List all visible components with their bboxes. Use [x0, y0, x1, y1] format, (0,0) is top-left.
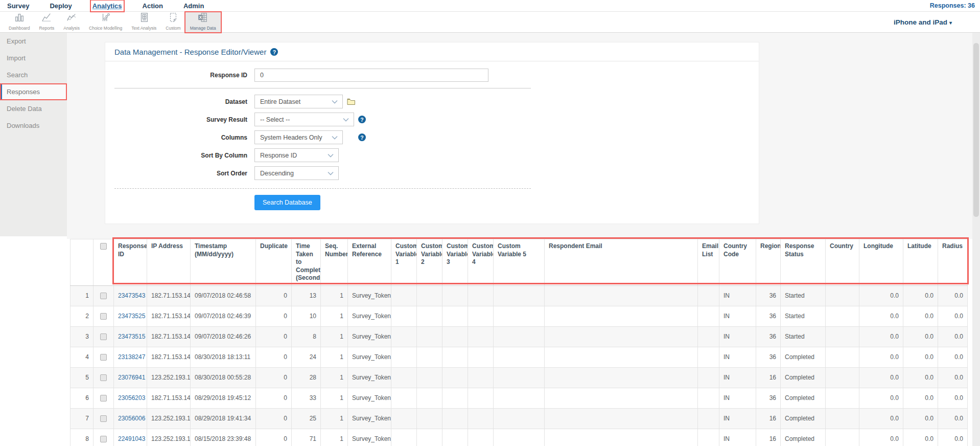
custom-variable-4-cell [468, 367, 494, 388]
columns-select[interactable]: System Headers Only [254, 130, 343, 144]
column-header-response-id[interactable]: Response ID [114, 239, 147, 286]
response-id-link[interactable]: 23076941 [114, 367, 147, 388]
ip-address-cell: 123.252.193.148 [147, 429, 191, 446]
toolbar-item-choice-modelling[interactable]: Choice Modelling [84, 12, 127, 32]
seq-number-cell: 1 [321, 388, 348, 408]
column-header-custom-variable-1[interactable]: Custom Variable 1 [391, 239, 417, 286]
sidebar-item-responses[interactable]: Responses [0, 83, 67, 100]
scrollbar-thumb[interactable] [973, 43, 979, 217]
sort-by-column-select[interactable]: Response ID [254, 148, 339, 162]
seq-number-cell: 1 [321, 408, 348, 429]
toolbar-item-analysis[interactable]: Analysis [59, 12, 84, 32]
longitude-cell: 0.0 [859, 408, 903, 429]
nav-analytics[interactable]: Analytics [92, 2, 122, 10]
response-id-link[interactable]: 23473525 [114, 306, 147, 326]
nav-action[interactable]: Action [143, 2, 163, 10]
column-header-time-taken[interactable]: Time Taken to Complete (Seconds) [292, 239, 321, 286]
table-row: 6 23056203 182.71.153.146 08/29/2018 19:… [71, 388, 968, 408]
dashed-page-icon [168, 12, 179, 25]
country-cell [826, 408, 859, 429]
toolbar-item-manage-data[interactable]: X Manage Data [185, 12, 221, 32]
response-id-link[interactable]: 23138247 [114, 347, 147, 367]
chevron-down-icon [328, 153, 334, 158]
longitude-cell: 0.0 [859, 347, 903, 367]
row-number-cell: 3 [71, 326, 94, 347]
response-id-link[interactable]: 23056006 [114, 408, 147, 429]
column-header-radius[interactable]: Radius [938, 239, 968, 286]
nav-deploy[interactable]: Deploy [50, 2, 72, 10]
column-header-custom-variable-5[interactable]: Custom Variable 5 [494, 239, 545, 286]
row-checkbox[interactable] [100, 415, 107, 422]
respondent-email-cell [545, 429, 698, 446]
response-id-link[interactable]: 23473543 [114, 285, 147, 306]
dataset-select[interactable]: Entire Dataset [254, 95, 343, 108]
longitude-cell: 0.0 [859, 429, 903, 446]
column-header-latitude[interactable]: Latitude [903, 239, 938, 286]
column-header-seq-number[interactable]: Seq. Number [321, 239, 348, 286]
column-header-email-list[interactable]: Email List [698, 239, 719, 286]
sidebar-item-import[interactable]: Import [0, 50, 67, 66]
column-header-custom-variable-2[interactable]: Custom Variable 2 [417, 239, 442, 286]
column-header-custom-variable-4[interactable]: Custom Variable 4 [468, 239, 494, 286]
email-list-cell [698, 408, 719, 429]
response-id-link[interactable]: 23056203 [114, 388, 147, 408]
folder-icon[interactable] [347, 98, 356, 105]
toolbar-item-dashboard[interactable]: Dashboard [4, 12, 35, 32]
custom-variable-5-cell [494, 367, 545, 388]
help-icon[interactable]: ? [358, 133, 366, 141]
nav-survey[interactable]: Survey [7, 2, 29, 10]
nav-admin[interactable]: Admin [183, 2, 204, 10]
vertical-scrollbar[interactable] [972, 33, 980, 446]
ip-address-cell: 182.71.153.146 [147, 326, 191, 347]
column-header-respondent-email[interactable]: Respondent Email [545, 239, 698, 286]
sidebar-item-search[interactable]: Search [0, 66, 67, 83]
toolbar-item-text-analysis[interactable]: Text Analysis [127, 12, 161, 32]
column-header-country-code[interactable]: Country Code [719, 239, 756, 286]
custom-variable-4-cell [468, 326, 494, 347]
select-all-checkbox[interactable] [100, 243, 107, 250]
toolbar-item-reports[interactable]: Reports [35, 12, 59, 32]
region-cell: 36 [756, 326, 781, 347]
column-header-duplicate[interactable]: Duplicate [256, 239, 292, 286]
sort-order-select[interactable]: Descending [254, 166, 339, 180]
column-header-longitude[interactable]: Longitude [859, 239, 903, 286]
radius-cell: 0.0 [938, 285, 968, 306]
row-checkbox[interactable] [100, 293, 107, 299]
survey-result-select[interactable]: -- Select -- [254, 113, 354, 126]
row-checkbox[interactable] [100, 313, 107, 320]
country-code-cell: IN [719, 306, 756, 326]
country-code-cell: IN [719, 388, 756, 408]
sidebar-item-delete-data[interactable]: Delete Data [0, 100, 67, 117]
longitude-cell: 0.0 [859, 306, 903, 326]
toolbar-item-custom[interactable]: Custom [161, 12, 185, 32]
response-id-link[interactable]: 22491043 [114, 429, 147, 446]
custom-variable-2-cell [417, 285, 442, 306]
device-selector[interactable]: iPhone and iPad▾ [894, 18, 952, 26]
column-header-ip-address[interactable]: IP Address [147, 239, 191, 286]
sidebar-item-export[interactable]: Export [0, 33, 67, 50]
region-cell: 16 [756, 429, 781, 446]
column-header-region[interactable]: Region [756, 239, 781, 286]
column-header-external-reference[interactable]: External Reference [348, 239, 391, 286]
column-header-country[interactable]: Country [826, 239, 859, 286]
row-checkbox[interactable] [100, 436, 107, 442]
response-id-input[interactable] [254, 69, 488, 82]
column-header-timestamp[interactable]: Timestamp (MM/dd/yyyy) [191, 239, 256, 286]
response-status-cell: Started [781, 285, 826, 306]
ip-address-cell: 123.252.193.148 [147, 408, 191, 429]
response-id-label: Response ID [105, 72, 247, 79]
radius-cell: 0.0 [938, 367, 968, 388]
row-checkbox[interactable] [100, 374, 107, 381]
columns-select-value: System Headers Only [260, 134, 322, 141]
column-header-response-status[interactable]: Response Status [781, 239, 826, 286]
toolbar-item-label: Manage Data [190, 26, 216, 31]
row-checkbox[interactable] [100, 333, 107, 340]
help-icon[interactable]: ? [358, 116, 366, 123]
response-id-link[interactable]: 23473515 [114, 326, 147, 347]
sidebar-item-downloads[interactable]: Downloads [0, 117, 67, 134]
row-checkbox[interactable] [100, 354, 107, 361]
row-checkbox[interactable] [100, 395, 107, 402]
search-database-button[interactable]: Search Database [254, 195, 320, 210]
help-icon[interactable]: ? [270, 48, 278, 56]
column-header-custom-variable-3[interactable]: Custom Variable 3 [442, 239, 468, 286]
